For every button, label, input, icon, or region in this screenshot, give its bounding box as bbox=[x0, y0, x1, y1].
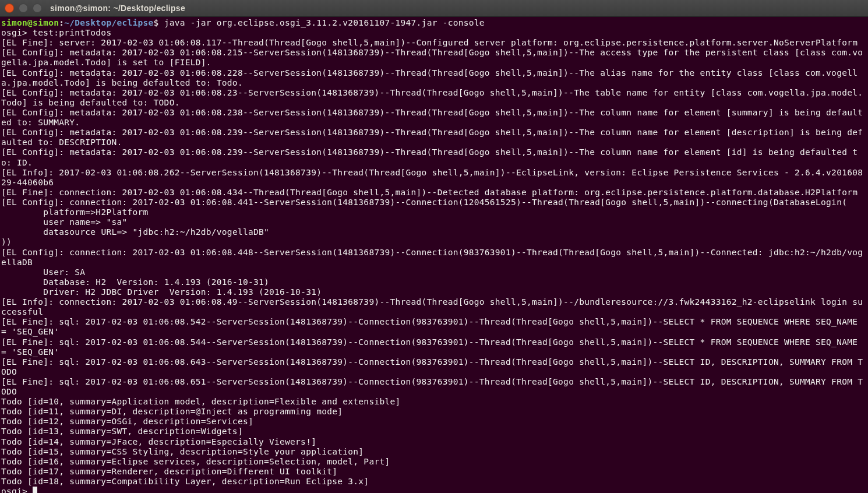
output-line: Todo [id=10, summary=Application model, … bbox=[1, 397, 401, 406]
output-line: user name=> "sa" bbox=[1, 217, 128, 227]
output-line: Todo [id=12, summary=OSGi, description=S… bbox=[1, 417, 253, 426]
command-line: java -jar org.eclipse.osgi_3.11.2.v20161… bbox=[164, 18, 485, 27]
output-line: [EL Config]: metadata: 2017-02-03 01:06:… bbox=[1, 128, 863, 147]
terminal-body[interactable]: simon@simon:~/Desktop/eclipse$ java -jar… bbox=[0, 17, 868, 493]
output-line: Todo [id=11, summary=DI, description=@In… bbox=[1, 407, 343, 416]
prompt-sep: : bbox=[59, 18, 64, 27]
output-line: datasource URL=> "jdbc:h2:~/h2db/vogella… bbox=[1, 227, 269, 237]
output-line: [EL Fine]: server: 2017-02-03 01:06:08.1… bbox=[1, 38, 858, 47]
prompt-userhost: simon@simon bbox=[1, 18, 59, 27]
output-line: [EL Config]: connection: 2017-02-03 01:0… bbox=[1, 248, 863, 267]
output-line: [EL Fine]: sql: 2017-02-03 01:06:08.542-… bbox=[1, 317, 863, 336]
output-line: [EL Info]: 2017-02-03 01:06:08.262--Serv… bbox=[1, 168, 863, 187]
output-line: )) bbox=[1, 237, 12, 246]
output-line: [EL Config]: connection: 2017-02-03 01:0… bbox=[1, 198, 847, 207]
minimize-icon[interactable] bbox=[19, 3, 28, 13]
output-line: [EL Fine]: sql: 2017-02-03 01:06:08.643-… bbox=[1, 357, 863, 376]
output-line: [EL Config]: metadata: 2017-02-03 01:06:… bbox=[1, 108, 863, 127]
output-line: [EL Info]: connection: 2017-02-03 01:06:… bbox=[1, 297, 863, 316]
maximize-icon[interactable] bbox=[33, 3, 42, 13]
output-line: [EL Config]: metadata: 2017-02-03 01:06:… bbox=[1, 147, 858, 167]
output-line: Todo [id=18, summary=Compatibility Layer… bbox=[1, 477, 369, 486]
close-icon[interactable] bbox=[5, 3, 14, 13]
output-line: [EL Fine]: sql: 2017-02-03 01:06:08.544-… bbox=[1, 337, 863, 357]
output-line: Database: H2 Version: 1.4.193 (2016-10-3… bbox=[1, 277, 269, 287]
output-line: Driver: H2 JDBC Driver Version: 1.4.193 … bbox=[1, 287, 322, 297]
terminal-window: simon@simon: ~/Desktop/eclipse simon@sim… bbox=[0, 0, 868, 493]
prompt-dollar: $ bbox=[154, 18, 164, 27]
output-line: platform=>H2Platform bbox=[1, 207, 149, 217]
output-line: Todo [id=17, summary=Renderer, descripti… bbox=[1, 467, 337, 476]
cursor-icon bbox=[33, 487, 37, 493]
prompt-path: ~/Desktop/eclipse bbox=[64, 18, 153, 27]
output-line: Todo [id=16, summary=Eclipse services, d… bbox=[1, 457, 390, 466]
osgi-prompt: osgi> bbox=[1, 487, 33, 493]
output-line: User: SA bbox=[1, 267, 85, 277]
output-line: [EL Config]: metadata: 2017-02-03 01:06:… bbox=[1, 68, 858, 87]
window-title: simon@simon: ~/Desktop/eclipse bbox=[50, 3, 185, 13]
output-line: Todo [id=15, summary=CSS Styling, descri… bbox=[1, 447, 364, 456]
output-line: [EL Config]: metadata: 2017-02-03 01:06:… bbox=[1, 48, 863, 67]
output-line: osgi> test:printTodos bbox=[1, 28, 111, 37]
output-line: Todo [id=13, summary=SWT, description=Wi… bbox=[1, 427, 243, 436]
terminal-output[interactable]: simon@simon:~/Desktop/eclipse$ java -jar… bbox=[1, 18, 867, 493]
output-line: [EL Fine]: sql: 2017-02-03 01:06:08.651-… bbox=[1, 377, 863, 396]
output-line: Todo [id=14, summary=JFace, description=… bbox=[1, 437, 316, 446]
output-line: [EL Fine]: connection: 2017-02-03 01:06:… bbox=[1, 188, 858, 197]
titlebar: simon@simon: ~/Desktop/eclipse bbox=[0, 0, 868, 17]
output-line: [EL Config]: metadata: 2017-02-03 01:06:… bbox=[1, 88, 863, 107]
